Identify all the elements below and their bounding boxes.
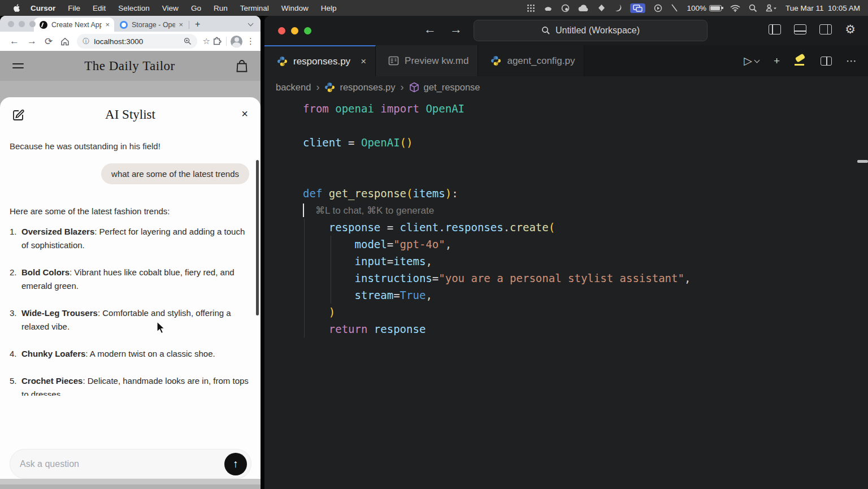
code-line[interactable]: client = OpenAI() [303, 134, 691, 151]
code-line[interactable]: instructions="you are a personal stylist… [303, 270, 691, 287]
navigate-forward-button[interactable]: → [450, 22, 462, 37]
tab-search-chevron-icon[interactable] [248, 20, 254, 26]
workspace-search-bar[interactable]: Untitled (Workspace) [474, 20, 708, 41]
code-line[interactable]: input=items, [303, 253, 691, 270]
apple-menu-icon[interactable] [12, 3, 21, 12]
code-editor-area[interactable]: from openai import OpenAI client = OpenA… [264, 98, 868, 489]
menu-terminal[interactable]: Terminal [240, 4, 269, 12]
code-line[interactable] [303, 168, 691, 185]
menu-edit[interactable]: Edit [93, 4, 106, 12]
cloud-icon[interactable] [578, 5, 589, 12]
back-button[interactable]: ← [10, 36, 19, 47]
window-controls[interactable] [278, 27, 311, 34]
reload-button[interactable]: ⟳ [45, 36, 53, 47]
settings-gear-icon[interactable]: ⚙ [845, 23, 856, 35]
breadcrumb-get-response[interactable]: get_response [409, 82, 480, 93]
extensions-icon[interactable] [212, 37, 222, 46]
profile-avatar[interactable] [231, 36, 242, 47]
menubar-app-name[interactable]: Cursor [31, 4, 55, 12]
address-url[interactable]: localhost:3000 [94, 37, 181, 46]
close-tab-icon[interactable]: × [361, 56, 366, 67]
browser-tab-create-next-app[interactable]: Create Next App × [34, 18, 114, 32]
browser-menu-icon[interactable]: ⋮ [246, 36, 255, 46]
menu-selection[interactable]: Selection [118, 4, 150, 12]
code-line[interactable]: ) [303, 304, 691, 321]
trend-list-item: 4.Chunky Loafers: A modern twist on a cl… [10, 347, 250, 361]
code-token [367, 323, 374, 335]
user-switch-icon[interactable] [766, 4, 777, 12]
diamond-icon[interactable] [598, 4, 605, 12]
tab-close-icon[interactable]: × [105, 20, 110, 29]
focus-moon-icon[interactable] [614, 4, 622, 12]
more-actions-icon[interactable]: ⋯ [846, 54, 857, 67]
editor-scrollbar-thumb[interactable] [857, 160, 868, 163]
code-line[interactable]: stream=True, [303, 287, 691, 304]
home-button[interactable] [60, 37, 70, 46]
battery-icon [709, 5, 722, 11]
shopping-bag-icon[interactable] [236, 59, 248, 73]
tab-close-icon[interactable]: × [179, 20, 183, 29]
toggle-secondary-sidebar-icon[interactable] [819, 24, 832, 34]
menu-window[interactable]: Window [281, 4, 309, 12]
text-cursor [303, 204, 304, 217]
send-button[interactable]: ↑ [224, 453, 247, 475]
code-line[interactable]: from openai import OpenAI [303, 100, 691, 117]
grid-icon[interactable] [527, 4, 535, 12]
highlighter-icon[interactable] [794, 57, 806, 66]
question-input[interactable] [20, 459, 224, 469]
code-line[interactable]: def get_response(items): [303, 185, 691, 202]
zoom-icon[interactable] [184, 37, 192, 45]
code-line[interactable] [303, 151, 691, 168]
toolbar-divider [226, 37, 227, 46]
site-info-icon[interactable]: ⓘ [83, 37, 89, 46]
window-controls-inactive[interactable] [8, 21, 36, 27]
screen-mirroring-icon[interactable] [630, 3, 645, 13]
tab-divider [189, 21, 189, 29]
close-window-button[interactable] [278, 27, 285, 34]
zoom-window-button[interactable] [304, 27, 311, 34]
breadcrumb-responses-py[interactable]: responses.py [324, 82, 395, 93]
record-icon[interactable] [654, 4, 662, 12]
menu-file[interactable]: File [68, 4, 80, 12]
bookmark-star-icon[interactable]: ☆ [203, 36, 210, 46]
menu-go[interactable]: Go [191, 4, 201, 12]
menu-run[interactable]: Run [214, 4, 228, 12]
run-options-chevron-icon[interactable] [754, 58, 760, 63]
pen-slash-icon[interactable] [671, 4, 678, 12]
new-file-button[interactable]: + [774, 55, 780, 67]
hamburger-menu-icon[interactable] [12, 63, 24, 70]
browser-tab-openai-storage[interactable]: Storage - OpenAI A × [114, 18, 188, 32]
spotlight-search-icon[interactable] [749, 4, 757, 12]
address-bar[interactable]: ⓘ localhost:3000 [77, 34, 197, 49]
navigate-back-button[interactable]: ← [424, 22, 436, 37]
forward-button[interactable]: → [27, 36, 37, 47]
menubar-clock[interactable]: Tue Mar 11 10:05 AM [785, 4, 860, 12]
panel-scrollbar[interactable] [256, 160, 259, 315]
code-token: get_response [329, 187, 406, 200]
wifi-icon[interactable] [730, 5, 740, 12]
circle-app-icon[interactable] [561, 4, 570, 12]
code-line[interactable]: model="gpt-4o", [303, 236, 691, 253]
browser-toolbar: ← → ⟳ ⓘ localhost:3000 ☆ ⋮ [0, 32, 261, 51]
code-token: client [400, 221, 439, 233]
split-editor-icon[interactable] [821, 57, 832, 66]
breadcrumb-backend[interactable]: backend [276, 82, 311, 93]
editor-tab-responses-py[interactable]: responses.py× [264, 45, 376, 76]
menu-help[interactable]: Help [321, 4, 337, 12]
battery-indicator[interactable]: 100% [687, 4, 722, 12]
menu-view[interactable]: View [162, 4, 179, 12]
assistant-message: Because he was outstanding in his field! [0, 133, 261, 151]
run-python-button[interactable]: ▷ [744, 54, 760, 67]
minimize-window-button[interactable] [291, 27, 298, 34]
code-line[interactable] [303, 117, 691, 134]
editor-tab-preview-kw-md[interactable]: Preview kw.md [376, 45, 478, 76]
trend-list-item: 2.Bold Colors: Vibrant hues like cobalt … [10, 266, 250, 293]
app-status-icon[interactable] [544, 4, 553, 12]
editor-tab-agent-config-py[interactable]: agent_config.py [478, 45, 584, 76]
toggle-panel-icon[interactable] [794, 24, 806, 34]
code-line[interactable]: response = client.responses.create( [303, 219, 691, 236]
new-tab-button[interactable]: + [195, 19, 200, 29]
toggle-primary-sidebar-icon[interactable] [769, 24, 781, 34]
code-line[interactable]: return response [303, 321, 691, 337]
close-panel-icon[interactable]: × [241, 107, 248, 120]
